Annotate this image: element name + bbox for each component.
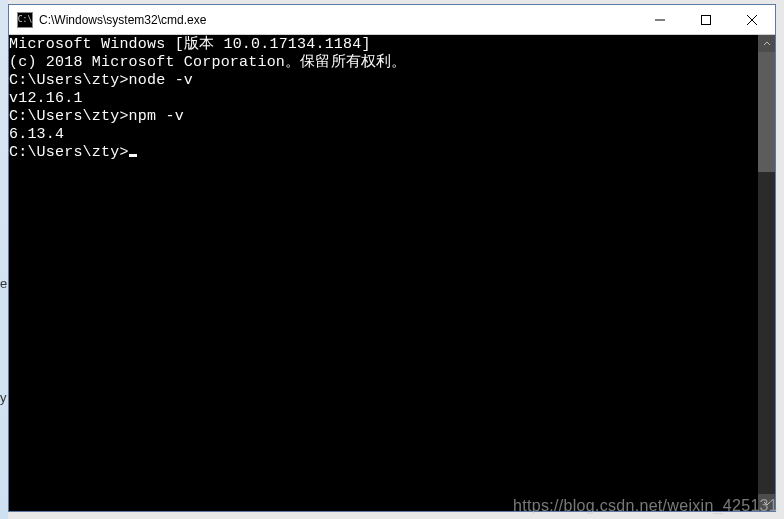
terminal-line: Microsoft Windows [版本 10.0.17134.1184] (9, 36, 758, 54)
terminal-line: (c) 2018 Microsoft Corporation。保留所有权利。 (9, 54, 758, 72)
scroll-up-button[interactable] (758, 35, 775, 52)
scroll-thumb[interactable] (758, 52, 775, 172)
cmd-icon: C:\ (17, 12, 33, 28)
titlebar[interactable]: C:\ C:\Windows\system32\cmd.exe (9, 5, 775, 35)
chevron-down-icon (763, 499, 771, 507)
maximize-button[interactable] (683, 5, 729, 34)
cmd-window: C:\ C:\Windows\system32\cmd.exe Microsof… (8, 4, 776, 512)
cursor (129, 154, 137, 157)
terminal-output[interactable]: Microsoft Windows [版本 10.0.17134.1184](c… (9, 35, 758, 511)
background-text-fragment: y (0, 390, 7, 405)
background-text-fragment: e (0, 276, 7, 291)
maximize-icon (701, 15, 711, 25)
scroll-track[interactable] (758, 52, 775, 494)
terminal-line: 6.13.4 (9, 126, 758, 144)
terminal-line: C:\Users\zty> (9, 144, 758, 162)
vertical-scrollbar[interactable] (758, 35, 775, 511)
scroll-down-button[interactable] (758, 494, 775, 511)
terminal-line: C:\Users\zty>node -v (9, 72, 758, 90)
client-area: Microsoft Windows [版本 10.0.17134.1184](c… (9, 35, 775, 511)
close-button[interactable] (729, 5, 775, 34)
terminal-line: C:\Users\zty>npm -v (9, 108, 758, 126)
minimize-icon (655, 15, 665, 25)
window-controls (637, 5, 775, 34)
minimize-button[interactable] (637, 5, 683, 34)
background-fragment (0, 0, 8, 519)
window-title: C:\Windows\system32\cmd.exe (39, 13, 637, 27)
terminal-line: v12.16.1 (9, 90, 758, 108)
svg-rect-1 (702, 15, 711, 24)
close-icon (747, 15, 757, 25)
chevron-up-icon (763, 40, 771, 48)
